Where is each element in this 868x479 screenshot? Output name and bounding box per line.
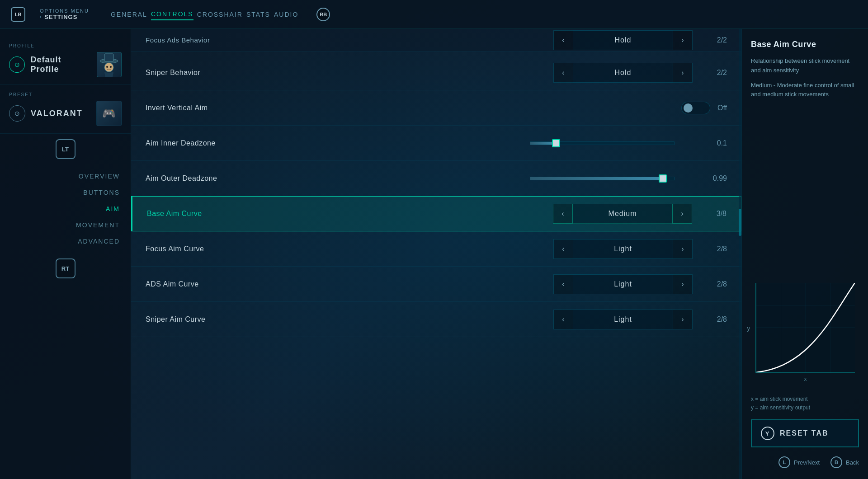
aim-outer-deadzone-slider[interactable] <box>530 177 675 180</box>
svg-point-3 <box>106 66 108 68</box>
ads-aim-curve-row: ADS Aim Curve ‹ Light › 2/8 <box>131 267 741 302</box>
y-note: y = aim sensitivity output <box>751 404 859 412</box>
preset-avatar: 🎮 <box>96 101 122 126</box>
settings-text: SETTINGS <box>44 14 77 20</box>
ads-aim-curve-control: ‹ Light › <box>553 274 693 294</box>
partial-prev-btn[interactable]: ‹ <box>553 30 573 50</box>
invert-vertical-aim-label: Invert Vertical Aim <box>146 104 681 112</box>
chevron-icon: › <box>40 14 42 19</box>
nav-stats[interactable]: STATS <box>246 9 270 20</box>
profile-avatar <box>97 52 122 77</box>
scroll-track[interactable] <box>739 29 741 479</box>
scroll-thumb[interactable] <box>739 209 741 236</box>
sniper-behavior-next[interactable]: › <box>673 63 693 83</box>
nav-controls[interactable]: CONTROLS <box>151 9 193 20</box>
hint-prev-next: L Prev/Next <box>778 456 820 468</box>
profile-name: Default Profile <box>30 55 91 74</box>
sidebar-item-overview[interactable]: OVERVIEW <box>0 168 131 184</box>
ads-aim-curve-next[interactable]: › <box>673 274 693 294</box>
lt-badge[interactable]: LT <box>56 139 75 159</box>
base-aim-curve-value: Medium <box>573 204 672 224</box>
aim-inner-deadzone-label: Aim Inner Deadzone <box>146 139 530 147</box>
panel-desc2: Medium - Moderate fine control of small … <box>751 81 859 100</box>
invert-toggle-container: Off <box>681 102 727 114</box>
partial-label: Focus Ads Behavior <box>146 36 553 44</box>
nav-audio[interactable]: AUDIO <box>274 9 298 20</box>
reset-btn-label: RESET TAB <box>780 429 828 437</box>
top-nav: LB OPTIONS MENU › SETTINGS GENERAL CONTR… <box>0 0 868 29</box>
focus-aim-curve-next[interactable]: › <box>673 239 693 259</box>
lb-badge[interactable]: LB <box>11 7 25 22</box>
profile-icon: ⊙ <box>9 56 25 73</box>
ads-aim-curve-prev[interactable]: ‹ <box>553 274 573 294</box>
sniper-behavior-label: Sniper Behavior <box>146 69 553 77</box>
sniper-behavior-count: 2/2 <box>700 69 727 77</box>
character-icon <box>98 52 120 77</box>
partial-next-btn[interactable]: › <box>673 30 693 50</box>
focus-aim-curve-label: Focus Aim Curve <box>146 245 553 253</box>
graph-container: y <box>751 112 859 373</box>
aim-inner-thumb[interactable] <box>552 139 560 147</box>
focus-aim-curve-row: Focus Aim Curve ‹ Light › 2/8 <box>131 231 741 267</box>
base-aim-curve-row: Base Aim Curve ‹ Medium › 3/8 <box>131 196 741 231</box>
svg-rect-1 <box>104 54 113 61</box>
rb-badge[interactable]: RB <box>316 8 330 21</box>
sniper-aim-curve-prev[interactable]: ‹ <box>553 310 573 329</box>
y-axis-label: y <box>747 324 750 331</box>
focus-aim-curve-prev[interactable]: ‹ <box>553 239 573 259</box>
sniper-behavior-control: ‹ Hold › <box>553 63 693 83</box>
prev-next-label: Prev/Next <box>794 459 820 466</box>
partial-count: 2/2 <box>700 36 727 44</box>
sidebar: PROFILE ⊙ Default Profile <box>0 29 131 479</box>
ads-aim-curve-count: 2/8 <box>700 280 727 288</box>
sidebar-item-buttons[interactable]: BUTTONS <box>0 184 131 201</box>
invert-value: Off <box>717 104 727 112</box>
focus-aim-curve-control: ‹ Light › <box>553 239 693 259</box>
rt-badge[interactable]: RT <box>56 258 75 278</box>
base-aim-curve-prev[interactable]: ‹ <box>553 204 573 224</box>
base-aim-curve-next[interactable]: › <box>672 204 692 224</box>
x-axis-label: x <box>804 376 807 382</box>
aim-outer-deadzone-label: Aim Outer Deadzone <box>146 174 530 183</box>
preset-section: PRESET ⊙ VALORANT 🎮 <box>0 85 131 134</box>
nav-crosshair[interactable]: CROSSHAIR <box>197 9 243 20</box>
bottom-hint: L Prev/Next B Back <box>751 453 859 468</box>
aim-inner-deadzone-slider[interactable] <box>530 141 675 145</box>
base-aim-curve-control: ‹ Medium › <box>553 204 692 224</box>
svg-point-2 <box>104 63 113 72</box>
profile-row: ⊙ Default Profile <box>9 52 122 77</box>
options-title: OPTIONS MENU › SETTINGS <box>40 8 89 20</box>
sniper-behavior-prev[interactable]: ‹ <box>553 63 573 83</box>
y-button-badge: Y <box>761 427 774 440</box>
graph-desc: x = aim stick movement y = aim sensitivi… <box>751 395 859 412</box>
sniper-aim-curve-next[interactable]: › <box>673 310 693 329</box>
aim-outer-thumb[interactable] <box>659 174 667 183</box>
sidebar-item-aim[interactable]: AIM <box>0 201 131 217</box>
aim-outer-value: 0.99 <box>700 174 727 183</box>
aim-outer-fill <box>530 177 663 180</box>
settings-label: › SETTINGS <box>40 14 89 20</box>
graph-curve-svg <box>756 283 855 372</box>
preset-name: VALORANT <box>31 109 83 118</box>
invert-vertical-aim-row: Invert Vertical Aim Off <box>131 90 741 126</box>
sniper-aim-curve-value: Light <box>573 310 673 329</box>
invert-toggle[interactable] <box>681 102 710 114</box>
profile-section-label: PROFILE <box>9 43 122 48</box>
base-aim-curve-label: Base Aim Curve <box>147 210 553 218</box>
avatar-img <box>97 52 121 77</box>
app-container: LB OPTIONS MENU › SETTINGS GENERAL CONTR… <box>0 0 868 479</box>
preset-row: ⊙ VALORANT 🎮 <box>9 101 122 126</box>
sidebar-item-advanced[interactable]: ADVANCED <box>0 233 131 249</box>
ads-aim-curve-value: Light <box>573 274 673 294</box>
sidebar-item-movement[interactable]: MOVEMENT <box>0 217 131 233</box>
aim-inner-deadzone-row: Aim Inner Deadzone 0.1 <box>131 126 741 161</box>
b-badge: B <box>830 456 842 468</box>
partial-row: Focus Ads Behavior ‹ Hold › 2/2 <box>131 29 741 52</box>
controller-icon: 🎮 <box>102 107 116 120</box>
reset-tab-button[interactable]: Y RESET TAB <box>751 419 859 447</box>
hint-back: B Back <box>830 456 859 468</box>
nav-general[interactable]: GENERAL <box>111 9 147 20</box>
aim-outer-deadzone-row: Aim Outer Deadzone 0.99 <box>131 161 741 196</box>
base-aim-curve-count: 3/8 <box>699 210 726 218</box>
graph-box: x <box>755 283 855 373</box>
